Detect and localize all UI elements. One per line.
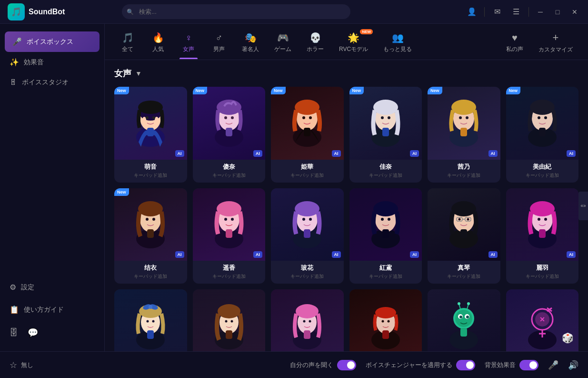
tab-male[interactable]: ♂ 男声 xyxy=(204,29,234,59)
tab-more[interactable]: 👥 もっと見る xyxy=(376,28,419,59)
svg-rect-99 xyxy=(539,229,546,238)
sidebar-item-studio[interactable]: 🎚 ボイススタジオ xyxy=(0,72,104,92)
sidebar-item-voicebox[interactable]: 🎤 ボイスボックス xyxy=(5,31,100,52)
voice-card-yui[interactable]: New AI 结衣 キーパッド追加 xyxy=(114,188,187,284)
svg-point-52 xyxy=(155,218,159,224)
svg-point-37 xyxy=(459,116,462,119)
voice-card-kasumi[interactable]: AI 香澄 キーパッド追加 xyxy=(271,289,344,351)
tab-myvoice-label: 私の声 xyxy=(506,45,523,53)
minimize-button[interactable]: ─ xyxy=(535,6,546,18)
tab-horror[interactable]: 💀 ホラー xyxy=(299,28,331,59)
voice-card-akino[interactable]: New AI 茜乃 キーパッド追加 xyxy=(428,87,500,183)
collapse-button[interactable]: «» xyxy=(578,192,588,220)
svg-point-145 xyxy=(467,302,470,305)
svg-rect-72 xyxy=(304,229,310,238)
tab-horror-icon: 💀 xyxy=(309,32,321,43)
voice-card-bana[interactable]: New AI 傻奈 キーパッド追加 xyxy=(193,87,266,183)
tab-celebrity[interactable]: 🎭 著名人 xyxy=(234,28,267,59)
svg-rect-146 xyxy=(460,328,467,337)
voice-card-mone[interactable]: New AI 萌音 キーパッド追加 xyxy=(114,87,187,183)
maximize-button[interactable]: □ xyxy=(552,6,563,18)
tab-game-icon: 🎮 xyxy=(277,32,289,43)
card-image-kana: New AI xyxy=(349,87,422,160)
card-sub-himeka: キーパッド追加 xyxy=(275,172,340,179)
card-image-himeka: New AI xyxy=(271,87,344,160)
avatar-makoto xyxy=(428,188,500,261)
avatar-mio xyxy=(193,289,266,351)
search-input[interactable] xyxy=(122,4,350,19)
card-sub-beniko: キーパッド追加 xyxy=(353,273,419,280)
bgsound-toggle-group: 背景効果音 xyxy=(485,360,538,370)
tab-popular[interactable]: 🔥 人気 xyxy=(143,28,173,59)
ai-badge-himeka: AI xyxy=(332,150,341,157)
card-sub-yui: キーパッド追加 xyxy=(118,273,183,280)
speaker-icon[interactable]: 🔊 xyxy=(568,360,578,370)
voice-card-beniko[interactable]: AI 紅鳶 キーパッド追加 xyxy=(349,188,422,284)
voice-card-makoto[interactable]: AI 真琴 キーパッド追加 xyxy=(428,188,500,284)
svg-point-97 xyxy=(544,218,547,221)
svg-rect-16 xyxy=(226,128,232,136)
svg-point-125 xyxy=(296,304,319,318)
chat-icon[interactable]: 💬 xyxy=(28,327,38,338)
user-icon[interactable]: 👤 xyxy=(465,5,478,19)
ai-badge-beniko: AI xyxy=(410,251,419,258)
svg-point-23 xyxy=(295,100,319,115)
voice-card-ruka[interactable]: AI 玻花 キーパッド追加 xyxy=(271,188,344,284)
avatar-bana xyxy=(193,87,266,160)
sidebar-label-effects: 効果音 xyxy=(24,58,44,67)
sidebar-item-guide[interactable]: 📋 使い方ガイド xyxy=(0,299,104,320)
voice-card-kodomo[interactable]: 子供 キーパッド追加 xyxy=(428,289,500,351)
card-image-akino: New AI xyxy=(428,87,500,160)
mail-icon[interactable]: ✉ xyxy=(490,5,504,19)
svg-point-54 xyxy=(152,218,155,221)
voice-card-sashika[interactable]: 紗鹿 キーパッド追加 xyxy=(349,289,422,351)
svg-point-143 xyxy=(458,302,460,305)
voice-card-himari[interactable]: AI ひまり キーパッド追加 xyxy=(114,289,187,351)
voice-card-mio[interactable]: AI 美桜 キーパッド追加 xyxy=(193,289,266,351)
voice-card-kana[interactable]: New AI 佳奈 キーパッド追加 xyxy=(349,87,422,183)
menu-icon[interactable]: ☰ xyxy=(509,5,523,19)
svg-point-132 xyxy=(387,320,389,323)
tab-female[interactable]: ♀ 女声 xyxy=(173,29,204,59)
listen-toggle[interactable] xyxy=(337,360,356,370)
svg-point-6 xyxy=(152,116,155,119)
bgsound-toggle[interactable] xyxy=(519,360,538,370)
tab-all[interactable]: 🎵 全て xyxy=(112,28,143,59)
voice-row-2: New AI 结衣 キーパッド追加 xyxy=(114,188,578,284)
tab-rvc[interactable]: NEW 🌟 RVCモデル xyxy=(331,28,376,59)
voice-card-haruka[interactable]: AI 遥香 キーパッド追加 xyxy=(193,188,266,284)
changer-toggle[interactable] xyxy=(456,360,475,370)
avatar-beniko xyxy=(349,188,422,261)
close-button[interactable]: ✕ xyxy=(569,6,580,18)
tab-myvoice[interactable]: ♥ 私の声 xyxy=(498,29,531,59)
tab-customize[interactable]: + カスタマイズ xyxy=(531,28,580,60)
card-image-mone: New AI xyxy=(114,87,187,160)
archive-icon[interactable]: 🗄 xyxy=(10,328,18,338)
svg-point-131 xyxy=(381,320,384,323)
sidebar-bottom-row: 🗄 💬 xyxy=(0,322,104,344)
svg-point-123 xyxy=(303,320,306,323)
svg-rect-134 xyxy=(382,330,389,339)
svg-rect-110 xyxy=(147,330,154,339)
new-badge-bana: New xyxy=(193,87,208,94)
svg-point-61 xyxy=(224,218,227,221)
card-info-himeka: 姫華 キーパッド追加 xyxy=(271,160,344,183)
main-layout: 🎤 ボイスボックス ✨ 効果音 🎚 ボイススタジオ ⚙ 設定 📋 使い方ガイド … xyxy=(0,24,588,351)
card-name-beniko: 紅鳶 xyxy=(353,264,419,272)
sidebar-item-effects[interactable]: ✨ 効果音 xyxy=(0,52,104,72)
titlebar-controls: 👤 ✉ ☰ ─ □ ✕ xyxy=(465,5,580,19)
content-area: 🎵 全て 🔥 人気 ♀ 女声 ♂ 男声 🎭 著名人 🎮 ゲーム xyxy=(105,24,588,351)
voice-card-miyuki[interactable]: New AI 美由紀 キーパッド追加 xyxy=(506,87,579,183)
search-bar[interactable] xyxy=(122,4,350,19)
avatar-reiu xyxy=(506,188,579,261)
svg-point-21 xyxy=(302,116,305,119)
microphone-icon[interactable]: 🎤 xyxy=(548,360,558,370)
sidebar-item-settings[interactable]: ⚙ 設定 xyxy=(0,277,104,297)
voice-card-reiu[interactable]: AI 麗羽 キーパッド追加 xyxy=(506,188,579,284)
section-chevron-icon[interactable]: ▼ xyxy=(135,70,142,77)
tab-game[interactable]: 🎮 ゲーム xyxy=(267,28,299,59)
random-dice-icon[interactable]: 🎲 xyxy=(562,332,574,344)
titlebar: 🎵 SoundBot 👤 ✉ ☰ ─ □ ✕ xyxy=(0,0,588,24)
sidebar-bottom: ⚙ 設定 📋 使い方ガイド 🗄 💬 xyxy=(0,277,104,344)
voice-card-himeka[interactable]: New AI 姫華 キーパッド追加 xyxy=(271,87,344,183)
